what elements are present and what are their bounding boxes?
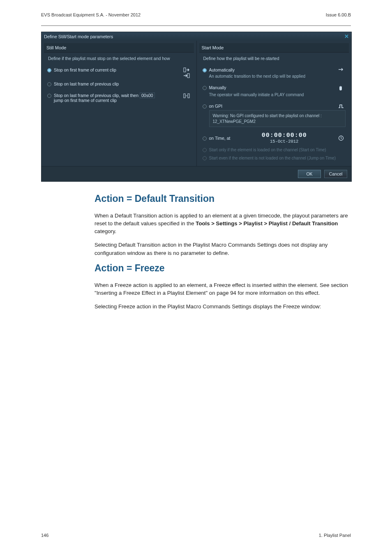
start-opt-manual[interactable]: Manually (200, 83, 348, 92)
ok-button[interactable]: OK (298, 170, 321, 178)
radio-icon[interactable] (47, 82, 51, 86)
gpi-warning: Warning: No GPI configured to start the … (209, 110, 346, 127)
still-wait-post: jump on first frame of current clip (54, 98, 117, 103)
page-number: 146 (41, 533, 48, 538)
radio-icon[interactable] (47, 68, 51, 72)
clock-icon (338, 135, 346, 141)
start-opt-auto[interactable]: Automatically (200, 65, 348, 73)
start-dim-2: Start even if the element is not loaded … (200, 153, 348, 161)
start-dim-2-text: Start even if the element is not loaded … (209, 156, 336, 160)
start-mode-heading: Start Mode (199, 43, 349, 53)
header-rule (41, 25, 351, 26)
start-auto-desc: An automatic transition to the next clip… (200, 73, 348, 83)
define-still-start-dialog: Define Still/Start mode parameters ✕ Sti… (41, 32, 352, 182)
start-time-date: 15-Oct-2012 (233, 139, 336, 144)
header-left: EVS Broadcast Equipment S.A. - November … (41, 12, 141, 17)
page-footer: 146 1. Playlist Panel (41, 533, 351, 538)
header-right: Issue 6.00.B (326, 12, 351, 17)
start-time-label: on Time, at (209, 136, 231, 141)
still-wait-box[interactable]: 00s00 (140, 92, 155, 98)
start-opt-time[interactable]: on Time, at 00:00:00:00 15-Oct-2012 (200, 130, 348, 145)
start-dim-1-text: Start only if the element is loaded on t… (209, 148, 326, 152)
wait-jump-icon (183, 93, 191, 99)
still-opt-first-label: Stop on first frame of current clip (54, 67, 116, 72)
start-auto-label: Automatically (209, 67, 235, 72)
still-wait-pre: Stop on last frame of previous clip, wai… (54, 93, 138, 98)
svg-rect-1 (187, 74, 189, 78)
start-mode-sub: Define how the playlist will be re-start… (200, 54, 348, 65)
start-opt-gpi[interactable]: on GPI (200, 101, 348, 109)
arrow-right-icon (338, 67, 346, 72)
freeze-p1: When a Freeze action is applied to an el… (95, 281, 349, 297)
cancel-button[interactable]: Cancel (324, 170, 347, 178)
still-opt-wait[interactable]: Stop on last frame of previous clip, wai… (45, 87, 193, 104)
footer-section: 1. Playlist Panel (319, 533, 351, 538)
start-time-value: 00:00:00:00 (233, 132, 336, 139)
start-manual-desc: The operator will manually initiate a PL… (200, 92, 348, 101)
dialog-title-text: Define Still/Start mode parameters (44, 34, 113, 39)
radio-icon (203, 156, 207, 160)
svg-rect-2 (184, 94, 185, 98)
still-opt-last-label: Stop on last frame of previous clip (54, 81, 119, 86)
stop-at-start-icon (183, 67, 191, 72)
document-body: Action = Default Transition When a Defau… (41, 182, 353, 310)
start-gpi-label: on GPI (209, 104, 223, 109)
heading-default-transition: Action = Default Transition (95, 193, 349, 204)
still-opt-wait-label: Stop on last frame of previous clip, wai… (54, 93, 155, 103)
dialog-titlebar: Define Still/Start mode parameters ✕ (42, 32, 351, 41)
radio-icon (203, 148, 207, 152)
defTrans-p1bold: Tools > Settings > Playlist > Playlist /… (196, 220, 338, 227)
defTrans-p2: Selecting Default Transition action in t… (95, 241, 349, 257)
freeze-p2: Selecting Freeze action in the Playlist … (95, 303, 349, 310)
heading-freeze: Action = Freeze (95, 263, 349, 274)
start-mode-pane: Start Mode Define how the playlist will … (196, 41, 352, 166)
defTrans-p1: When a Default Transition action is appl… (95, 212, 349, 235)
enter-frame-icon (183, 73, 191, 78)
radio-icon[interactable] (203, 68, 207, 72)
dialog-footer: OK Cancel (42, 166, 351, 181)
close-icon[interactable]: ✕ (344, 33, 349, 39)
still-opt-last[interactable]: Stop on last frame of previous clip (45, 79, 193, 87)
start-manual-label: Manually (209, 85, 226, 90)
svg-rect-0 (184, 68, 186, 72)
start-dim-1: Start only if the element is loaded on t… (200, 145, 348, 153)
svg-rect-3 (188, 94, 189, 98)
pulse-icon (338, 104, 346, 109)
radio-icon[interactable] (47, 94, 51, 98)
still-mode-heading: Still Mode (44, 43, 194, 53)
radio-icon[interactable] (203, 136, 207, 141)
still-opt-first[interactable]: Stop on first frame of current clip (45, 65, 193, 73)
radio-icon[interactable] (203, 86, 207, 90)
defTrans-p1b: category. (95, 228, 116, 234)
still-mode-sub: Define if the playlist must stop on the … (45, 54, 193, 65)
still-mode-pane: Still Mode Define if the playlist must s… (42, 41, 196, 166)
radio-icon[interactable] (203, 104, 207, 109)
hand-icon (338, 85, 346, 91)
